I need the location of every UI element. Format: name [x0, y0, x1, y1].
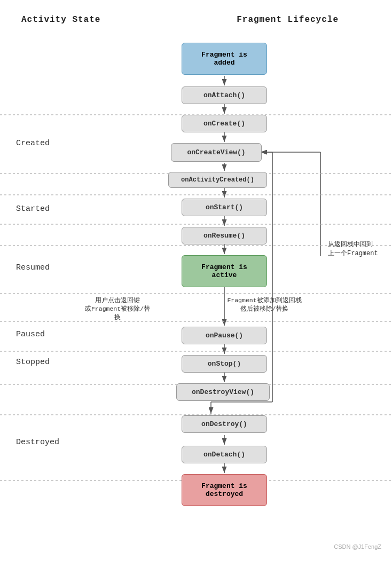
box-fragment-destroyed: Fragment is destroyed — [182, 474, 267, 506]
box-on-destroy: onDestroy() — [182, 415, 267, 433]
box-on-resume: onResume() — [182, 227, 267, 244]
diagram: Activity State Fragment Lifecycle — [0, 11, 392, 555]
header-activity-state: Activity State — [21, 15, 100, 25]
footer-credit: CSDN @J1FengZ — [334, 543, 381, 550]
box-on-create: onCreate() — [182, 115, 267, 132]
box-on-start: onStart() — [182, 199, 267, 216]
annotation-back-stack-return: 从返回栈中回到 上一个Fragment — [328, 240, 387, 258]
box-on-attach: onAttach() — [182, 86, 267, 104]
box-on-activity-created: onActivityCreated() — [168, 172, 267, 188]
page-container: Activity State Fragment Lifecycle — [0, 0, 392, 576]
box-fragment-active: Fragment is active — [182, 255, 267, 287]
box-on-detach: onDetach() — [182, 446, 267, 463]
box-on-create-view: onCreateView() — [171, 143, 262, 162]
state-stopped: Stopped — [16, 358, 50, 367]
box-on-destroy-view: onDestroyView() — [176, 383, 270, 401]
state-resumed: Resumed — [16, 263, 50, 272]
box-fragment-added: Fragment is added — [182, 43, 267, 75]
state-started: Started — [16, 204, 50, 214]
state-created: Created — [16, 139, 50, 148]
box-on-stop: onStop() — [182, 355, 267, 373]
header: Activity State Fragment Lifecycle — [0, 15, 392, 25]
annotation-added-to-back: Fragment被添加到返回栈 然后被移除/替换 — [224, 296, 304, 313]
box-on-pause: onPause() — [182, 327, 267, 344]
header-fragment-lifecycle: Fragment Lifecycle — [237, 15, 339, 25]
annotation-user-back: 用户点击返回键 或Fragment被移除/替换 — [83, 296, 152, 322]
state-paused: Paused — [16, 330, 45, 339]
state-destroyed: Destroyed — [16, 438, 59, 447]
